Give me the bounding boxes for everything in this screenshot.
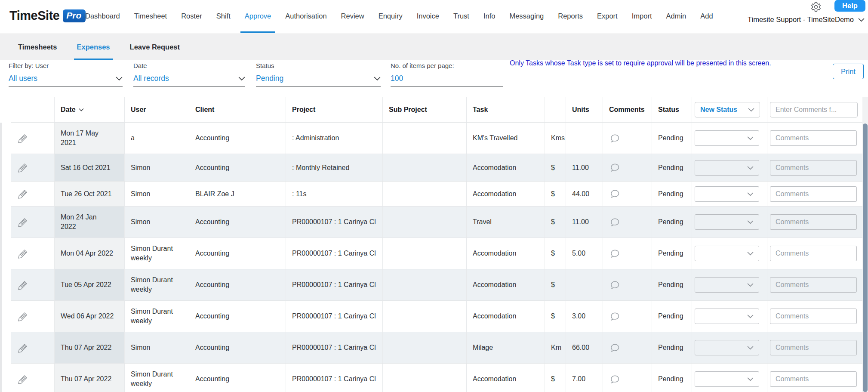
row-new-status-select[interactable] — [695, 160, 759, 176]
row-comments-cell — [767, 182, 863, 206]
help-button[interactable]: Help — [834, 0, 865, 12]
nav-item-approve[interactable]: Approve — [245, 12, 271, 20]
row-comments-input[interactable] — [770, 160, 857, 176]
comment-bubble-icon[interactable] — [609, 162, 621, 173]
nav-item-review[interactable]: Review — [341, 12, 364, 20]
edit-pencil-icon[interactable] — [17, 373, 29, 385]
expense-client: Accounting — [189, 238, 286, 269]
comments-cell — [603, 182, 652, 206]
tab-leave-request[interactable]: Leave Request — [130, 34, 180, 60]
vertical-scrollbar[interactable] — [862, 97, 868, 392]
row-new-status-select[interactable] — [695, 130, 759, 146]
nav-item-import[interactable]: Import — [632, 12, 652, 20]
filter-input-no-of-items-per-page[interactable]: 100 — [391, 74, 503, 87]
main-nav: DashboardTimesheetRosterShiftApproveAuth… — [85, 12, 713, 20]
comments-cell — [603, 332, 652, 363]
expense-date: Thu 07 Apr 2022 — [55, 332, 125, 363]
row-comments-input[interactable] — [770, 371, 857, 387]
edit-pencil-icon[interactable] — [17, 188, 29, 200]
edit-cell — [11, 332, 55, 363]
edit-pencil-icon[interactable] — [17, 133, 29, 144]
row-comments-input[interactable] — [770, 130, 857, 146]
comment-bubble-icon[interactable] — [609, 373, 621, 385]
new-status-chevron-down-icon — [748, 108, 754, 112]
comment-bubble-icon[interactable] — [609, 248, 621, 259]
row-new-status-select[interactable] — [695, 186, 759, 202]
nav-item-roster[interactable]: Roster — [181, 12, 202, 20]
nav-item-enquiry[interactable]: Enquiry — [379, 12, 403, 20]
row-new-status-select[interactable] — [695, 246, 759, 261]
comment-bubble-icon[interactable] — [609, 216, 621, 228]
nav-item-authorisation[interactable]: Authorisation — [285, 12, 326, 20]
filter-label: Status — [256, 62, 381, 69]
row-new-status-select[interactable] — [695, 371, 759, 387]
edit-pencil-icon[interactable] — [17, 279, 29, 291]
nav-item-export[interactable]: Export — [597, 12, 618, 20]
filter-no-of-items-per-page: No. of items per page:100 — [391, 62, 503, 87]
expense-project: PR00000107 : 1 Carinya Cl — [286, 364, 383, 392]
header-new-status-cell: New Status — [692, 97, 767, 122]
edit-pencil-icon[interactable] — [17, 216, 29, 228]
row-comments-input[interactable] — [770, 186, 857, 202]
row-comments-cell — [767, 123, 863, 154]
settings-gear-icon[interactable] — [810, 1, 822, 12]
row-comments-input[interactable] — [770, 340, 857, 355]
row-comments-cell — [767, 301, 863, 332]
tab-expenses[interactable]: Expenses — [77, 34, 110, 60]
filter-select-filter-by-user[interactable]: All users — [9, 74, 123, 87]
nav-item-timesheet[interactable]: Timesheet — [134, 12, 167, 20]
new-status-select[interactable]: New Status — [695, 102, 760, 117]
nav-item-messaging[interactable]: Messaging — [509, 12, 544, 20]
expense-unit-symbol: $ — [545, 364, 566, 392]
edit-cell — [11, 123, 55, 154]
comment-bubble-icon[interactable] — [609, 311, 621, 322]
expense-user: Simon Durant weekly — [125, 238, 189, 269]
edit-pencil-icon[interactable] — [17, 162, 29, 173]
logo-pro-badge: Pro — [63, 9, 86, 22]
print-button[interactable]: Print — [833, 64, 864, 79]
filter-value: 100 — [391, 74, 403, 83]
edit-pencil-icon[interactable] — [17, 311, 29, 322]
comments-cell — [603, 238, 652, 269]
nav-item-invoice[interactable]: Invoice — [417, 12, 439, 20]
expense-status: Pending — [652, 154, 692, 181]
row-comments-input[interactable] — [770, 214, 857, 230]
row-comments-input[interactable] — [770, 309, 857, 324]
nav-item-info[interactable]: Info — [483, 12, 496, 20]
edit-pencil-icon[interactable] — [17, 342, 29, 354]
nav-item-dashboard[interactable]: Dashboard — [85, 12, 120, 20]
expense-unit-symbol: $ — [545, 207, 566, 238]
row-select-chevron-down-icon — [747, 220, 754, 224]
left-edge-strip — [0, 123, 2, 392]
comment-bubble-icon[interactable] — [609, 279, 621, 291]
tab-timesheets[interactable]: Timesheets — [18, 34, 57, 60]
filter-select-date[interactable]: All records — [133, 74, 245, 87]
comment-bubble-icon[interactable] — [609, 188, 621, 200]
account-menu[interactable]: Timesite Support - TimeSiteDemo — [748, 15, 865, 24]
filter-select-status[interactable]: Pending — [256, 74, 381, 87]
expense-unit-symbol: $ — [545, 182, 566, 206]
expense-user: a — [125, 123, 189, 154]
comment-bubble-icon[interactable] — [609, 342, 621, 354]
expense-unit-symbol: Kms — [545, 123, 566, 154]
nav-item-add[interactable]: Add — [700, 12, 713, 20]
row-new-status-select[interactable] — [695, 309, 759, 324]
edit-pencil-icon[interactable] — [17, 248, 29, 259]
nav-item-trust[interactable]: Trust — [453, 12, 469, 20]
expense-row: Mon 17 May 2021aAccounting: Administrati… — [11, 123, 862, 154]
nav-item-admin[interactable]: Admin — [666, 12, 686, 20]
new-status-cell — [692, 154, 767, 181]
row-comments-input[interactable] — [770, 277, 857, 293]
row-new-status-select[interactable] — [695, 277, 759, 293]
bulk-comments-input[interactable] — [770, 102, 858, 117]
scrollbar-thumb[interactable] — [863, 123, 868, 392]
header-date[interactable]: Date — [55, 97, 125, 122]
row-select-chevron-down-icon — [747, 377, 754, 381]
top-bar: TimeSite Pro DashboardTimesheetRosterShi… — [0, 0, 868, 34]
nav-item-reports[interactable]: Reports — [558, 12, 583, 20]
row-new-status-select[interactable] — [695, 214, 759, 230]
row-comments-input[interactable] — [770, 246, 857, 261]
nav-item-shift[interactable]: Shift — [216, 12, 231, 20]
comment-bubble-icon[interactable] — [609, 133, 621, 144]
row-new-status-select[interactable] — [695, 340, 759, 355]
